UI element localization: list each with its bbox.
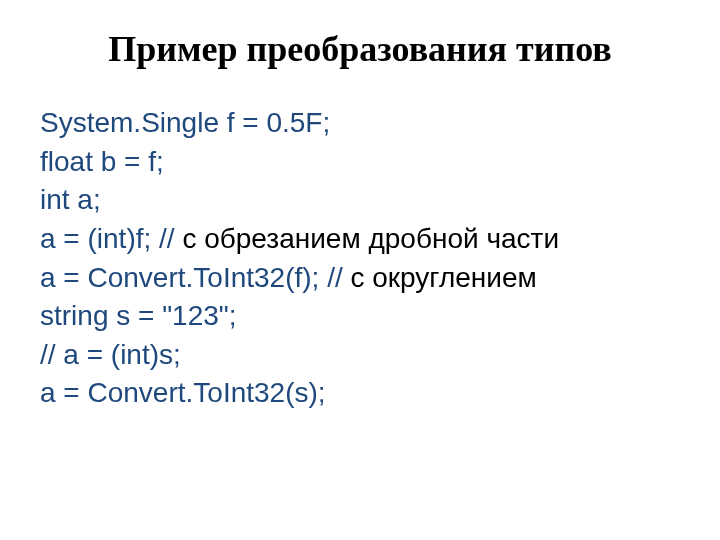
code-block: System.Single f = 0.5F; float b = f; int…: [40, 104, 680, 413]
code-text: a = Convert.ToInt32(f); //: [40, 262, 350, 293]
code-line: // a = (int)s;: [40, 336, 680, 375]
code-line: a = Convert.ToInt32(f); // с округлением: [40, 259, 680, 298]
code-comment: с округлением: [350, 262, 536, 293]
code-text: a = (int)f; //: [40, 223, 182, 254]
code-line: float b = f;: [40, 143, 680, 182]
code-line: a = (int)f; // с обрезанием дробной част…: [40, 220, 680, 259]
code-comment: с обрезанием дробной части: [182, 223, 559, 254]
code-line: string s = "123";: [40, 297, 680, 336]
code-line: System.Single f = 0.5F;: [40, 104, 680, 143]
code-line: a = Convert.ToInt32(s);: [40, 374, 680, 413]
code-line: int a;: [40, 181, 680, 220]
slide-title: Пример преобразования типов: [40, 28, 680, 70]
